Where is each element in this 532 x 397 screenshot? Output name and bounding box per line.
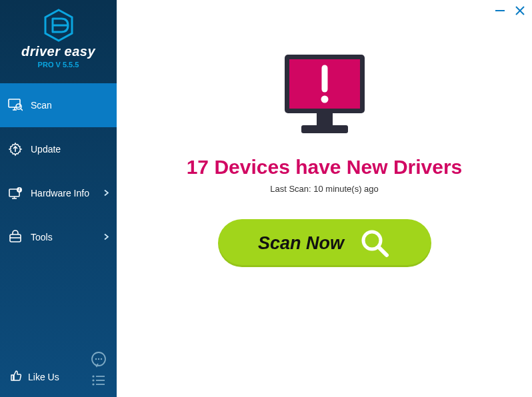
svg-line-34 — [379, 247, 387, 255]
thumbs-up-icon[interactable] — [9, 369, 23, 385]
nav-update[interactable]: Update — [0, 127, 117, 171]
last-scan-text: Last Scan: 10 minute(s) ago — [117, 184, 532, 194]
svg-point-32 — [321, 96, 328, 103]
svg-line-5 — [21, 109, 23, 111]
headline: 17 Devices have New Drivers — [117, 156, 532, 179]
nav-hardware-label: Hardware Info — [31, 188, 89, 198]
window-controls — [495, 5, 525, 16]
svg-rect-29 — [317, 113, 333, 125]
brand-name: driver easy — [0, 44, 117, 59]
like-label[interactable]: Like Us — [28, 372, 59, 382]
nav-hardware[interactable]: i Hardware Info — [0, 171, 117, 215]
minimize-icon[interactable] — [495, 5, 505, 16]
scan-now-button[interactable]: Scan Now — [218, 219, 431, 267]
sidebar-footer: Like Us — [0, 364, 117, 390]
nav-tools[interactable]: Tools — [0, 215, 117, 259]
hero: 17 Devices have New Drivers Last Scan: 1… — [117, 0, 532, 267]
update-gear-icon — [8, 142, 23, 157]
chevron-right-icon — [104, 189, 109, 198]
svg-text:i: i — [19, 187, 20, 192]
app-version: PRO V 5.5.5 — [0, 61, 117, 69]
svg-point-17 — [101, 358, 102, 360]
main-panel: 17 Devices have New Drivers Last Scan: 1… — [117, 0, 532, 397]
logo-area: driver easy PRO V 5.5.5 — [0, 0, 117, 74]
monitor-alert-icon — [117, 48, 532, 141]
sidebar: driver easy PRO V 5.5.5 Scan — [0, 0, 117, 397]
scan-monitor-icon — [8, 98, 23, 113]
svg-point-15 — [95, 358, 97, 360]
svg-rect-1 — [9, 99, 20, 107]
nav-scan[interactable]: Scan — [0, 83, 117, 127]
magnifier-icon — [359, 227, 391, 259]
svg-rect-30 — [301, 125, 348, 133]
tools-icon — [8, 230, 23, 244]
svg-point-16 — [98, 358, 99, 360]
nav-scan-label: Scan — [31, 100, 52, 111]
hardware-info-icon: i — [8, 186, 23, 200]
close-icon[interactable] — [515, 5, 525, 16]
chevron-right-icon — [104, 232, 109, 242]
nav: Scan Update i H — [0, 83, 117, 259]
scan-now-label: Scan Now — [258, 233, 344, 254]
nav-tools-label: Tools — [31, 232, 53, 242]
logo-hex-icon — [0, 8, 117, 43]
nav-update-label: Update — [31, 144, 61, 155]
